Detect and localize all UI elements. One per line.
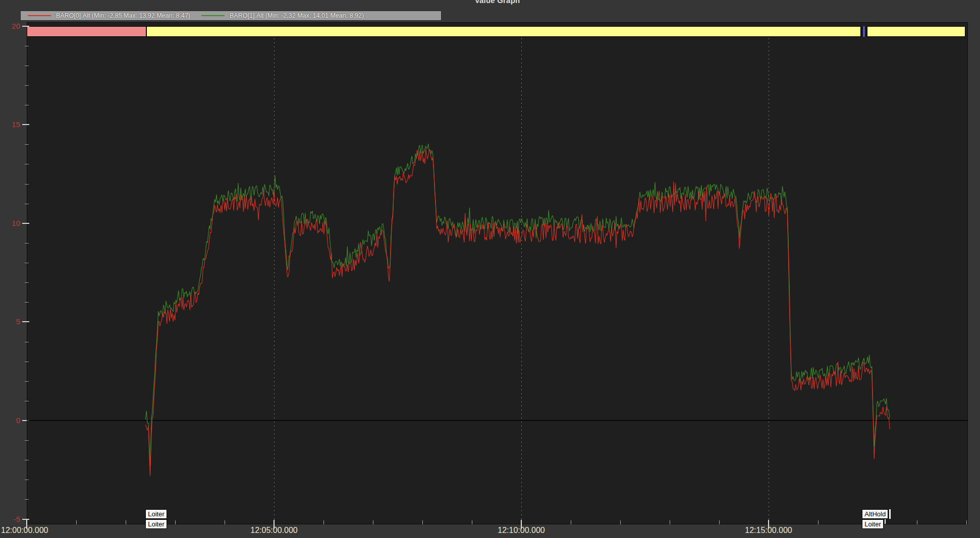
flight-mode-label-wrap: Loiter [862, 519, 886, 529]
y-minor-tick [25, 263, 29, 263]
x-minor-tick [670, 520, 670, 524]
y-minor-tick [25, 282, 29, 283]
y-minor-tick [25, 66, 29, 66]
y-minor-tick [25, 184, 29, 185]
y-minor-tick [25, 243, 29, 244]
flight-mode-label: Loiter [862, 519, 884, 529]
y-minor-tick [25, 499, 29, 500]
chart-title: Value Graph [27, 0, 968, 5]
y-major-tick [22, 519, 29, 520]
y-axis-label: 5 [0, 317, 20, 326]
x-minor-tick [76, 520, 77, 524]
y-minor-tick [25, 342, 29, 342]
y-minor-tick [25, 480, 29, 480]
x-axis-label: 12:00:00.000 [1, 526, 48, 535]
flight-mode-label-wrap: Loiter [145, 509, 167, 519]
x-minor-tick [225, 520, 225, 524]
y-minor-tick [25, 302, 29, 303]
flight-mode-segment [867, 26, 965, 37]
y-axis-label: 10 [0, 219, 20, 228]
y-axis-label: 20 [0, 22, 20, 31]
plot-area[interactable] [27, 22, 968, 524]
y-minor-tick [25, 46, 29, 46]
flight-mode-label: Loiter [145, 509, 167, 519]
flight-mode-label-wrap: AltHold [862, 509, 891, 519]
log-graph-window: Value Graph BARO[0].Alt (Min: -2,85 Max:… [0, 0, 980, 538]
y-major-tick [22, 321, 29, 322]
mode-change-marker [885, 519, 886, 524]
y-major-tick [22, 124, 29, 125]
y-minor-tick [25, 105, 29, 105]
legend-line-sample [28, 15, 51, 16]
x-minor-tick [719, 520, 720, 524]
x-axis-label: 12:10:00.000 [498, 526, 545, 535]
x-minor-tick [373, 520, 373, 524]
legend-entry-label: BARO[0].Alt (Min: -2,85 Max: 13,92 Mean:… [56, 12, 190, 19]
y-minor-tick [25, 204, 29, 204]
x-minor-tick [323, 520, 324, 524]
x-axis-label: 12:15:00.000 [745, 526, 792, 535]
y-major-tick [22, 420, 29, 421]
legend-entry-label: BARO[1].Alt (Min: -2,32 Max: 14,01 Mean:… [230, 12, 364, 19]
y-minor-tick [25, 381, 29, 382]
x-minor-tick [571, 520, 571, 524]
flight-mode-label-wrap: Loiter [145, 519, 167, 529]
x-minor-tick [422, 520, 423, 524]
x-minor-tick [126, 520, 126, 524]
x-minor-tick [175, 520, 176, 524]
x-minor-tick [620, 520, 621, 524]
legend-entry-0: BARO[0].Alt (Min: -2,85 Max: 13,92 Mean:… [28, 12, 190, 19]
x-axis-label: 12:05:00.000 [250, 526, 297, 535]
mode-change-marker [889, 509, 891, 519]
y-minor-tick [25, 85, 29, 86]
y-minor-tick [25, 440, 29, 441]
flight-mode-segment [27, 26, 146, 37]
y-axis-label: 0 [0, 416, 20, 425]
x-minor-tick [472, 520, 472, 524]
y-minor-tick [25, 144, 29, 145]
y-minor-tick [25, 362, 29, 362]
flight-mode-label: Loiter [145, 519, 167, 529]
legend: BARO[0].Alt (Min: -2,85 Max: 13,92 Mean:… [20, 11, 442, 21]
y-minor-tick [25, 460, 29, 460]
x-minor-tick [818, 520, 819, 524]
y-axis-label: -5 [0, 515, 20, 524]
x-minor-tick [966, 520, 967, 524]
legend-line-sample [201, 15, 225, 16]
x-minor-tick [917, 520, 917, 524]
y-major-tick [22, 223, 29, 224]
y-minor-tick [25, 401, 29, 401]
flight-mode-label: AltHold [862, 509, 888, 519]
y-minor-tick [25, 164, 29, 164]
legend-entry-1: BARO[1].Alt (Min: -2,32 Max: 14,01 Mean:… [201, 12, 364, 19]
flight-mode-segment [146, 26, 861, 37]
y-axis-label: 15 [0, 120, 20, 129]
y-major-tick [22, 26, 29, 27]
